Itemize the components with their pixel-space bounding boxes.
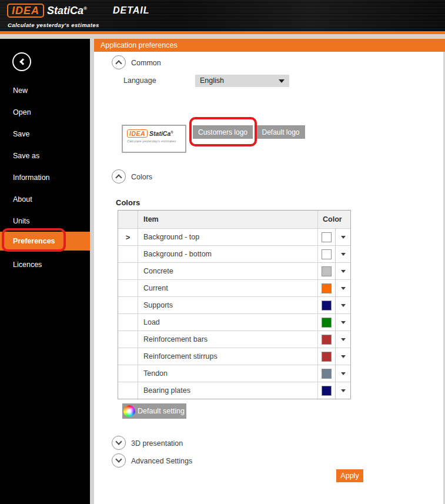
color-picker-control[interactable] — [317, 382, 350, 399]
color-swatch-cell[interactable] — [318, 297, 336, 313]
color-swatch — [322, 266, 332, 276]
color-table-row[interactable]: Current — [118, 279, 350, 296]
color-table-row[interactable]: Background - bottom — [118, 245, 350, 262]
row-selector-cell — [118, 382, 138, 399]
triangle-down-icon — [341, 372, 346, 375]
color-item-label: Current — [138, 280, 317, 296]
color-picker-control[interactable] — [317, 365, 350, 382]
registered-mark: ® — [83, 6, 87, 11]
color-swatch-cell[interactable] — [318, 246, 336, 262]
color-table-row[interactable]: >Background - top — [118, 228, 350, 245]
language-value: English — [200, 76, 224, 85]
color-column-header: Color — [317, 211, 350, 228]
preview-tagline: Calculate yesterday's estimates — [127, 139, 185, 143]
chevron-left-icon — [19, 58, 26, 65]
color-item-label: Tendon — [138, 365, 317, 382]
colors-collapse-toggle[interactable] — [112, 169, 126, 183]
color-table-row[interactable]: Reinforcement stirrups — [118, 348, 350, 365]
sidebar: NewOpenSaveSave asInformationAboutUnitsP… — [0, 39, 90, 504]
default-setting-button[interactable]: Default setting — [122, 403, 186, 419]
color-item-label: Background - top — [138, 229, 317, 245]
triangle-down-icon — [341, 355, 346, 358]
3d-presentation-section-label: 3D presentation — [131, 439, 183, 448]
row-selector-cell — [118, 263, 138, 279]
sidebar-item-save-as[interactable]: Save as — [0, 148, 90, 163]
sidebar-item-preferences[interactable]: Preferences — [0, 232, 90, 251]
color-picker-control[interactable] — [317, 280, 350, 296]
sidebar-item-open[interactable]: Open — [0, 105, 90, 120]
color-dropdown-button[interactable] — [336, 229, 350, 245]
sidebar-item-save[interactable]: Save — [0, 126, 90, 142]
common-collapse-toggle[interactable] — [112, 55, 126, 69]
color-picker-control[interactable] — [317, 314, 350, 331]
triangle-down-icon — [341, 338, 346, 341]
sidebar-item-units[interactable]: Units — [0, 213, 90, 229]
preview-statica-text: StatiCa® — [149, 130, 173, 137]
color-item-label: Background - bottom — [138, 246, 317, 262]
color-dropdown-button[interactable] — [336, 365, 350, 382]
color-table-row[interactable]: Load — [118, 313, 350, 331]
language-select[interactable]: English — [195, 75, 289, 87]
default-logo-button[interactable]: Default logo — [256, 125, 305, 139]
color-swatch-cell[interactable] — [318, 314, 336, 331]
customers-logo-button[interactable]: Customers logo — [193, 125, 253, 139]
chevron-down-icon — [279, 79, 285, 83]
color-table-row[interactable]: Bearing plates — [118, 382, 350, 399]
color-dropdown-button[interactable] — [336, 246, 350, 262]
selector-column-header — [118, 211, 138, 228]
sidebar-item-licences[interactable]: Licences — [0, 257, 90, 272]
chevron-up-icon — [115, 60, 122, 66]
color-dropdown-button[interactable] — [336, 280, 350, 296]
app-header: IDEA StatiCa® DETAIL Calculate yesterday… — [0, 0, 445, 31]
color-swatch — [322, 249, 332, 259]
color-picker-control[interactable] — [317, 229, 350, 245]
color-swatch — [322, 386, 332, 396]
color-dropdown-button[interactable] — [336, 314, 350, 331]
color-swatch-cell[interactable] — [318, 280, 336, 296]
color-swatch-cell[interactable] — [318, 331, 336, 348]
color-picker-control[interactable] — [317, 331, 350, 348]
color-dropdown-button[interactable] — [336, 297, 350, 313]
advanced-settings-expand-toggle[interactable] — [112, 453, 126, 468]
common-section-label: Common — [131, 59, 161, 67]
row-selector-cell — [118, 297, 138, 313]
color-item-label: Reinforcement stirrups — [138, 348, 317, 365]
color-table-row[interactable]: Concrete — [118, 262, 350, 279]
color-swatch — [322, 318, 332, 328]
color-picker-control[interactable] — [317, 263, 350, 279]
color-swatch-cell[interactable] — [318, 382, 336, 399]
back-button[interactable] — [12, 52, 31, 71]
color-item-label: Supports — [138, 297, 317, 313]
color-table-row[interactable]: Reinforcement bars — [118, 331, 350, 348]
header-tagline: Calculate yesterday's estimates — [8, 22, 99, 28]
color-swatch — [322, 301, 332, 311]
3d-presentation-expand-toggle[interactable] — [112, 436, 126, 450]
colors-table-heading: Colors — [116, 198, 140, 207]
apply-button[interactable]: Apply — [336, 469, 363, 482]
color-dropdown-button[interactable] — [336, 348, 350, 365]
color-swatch-cell[interactable] — [318, 348, 336, 365]
sidebar-item-information[interactable]: Information — [0, 170, 90, 185]
row-selector-cell — [118, 331, 138, 348]
color-table-row[interactable]: Tendon — [118, 365, 350, 382]
sidebar-item-new[interactable]: New — [0, 83, 90, 98]
color-swatch — [322, 352, 332, 362]
color-table-row[interactable]: Supports — [118, 296, 350, 313]
color-picker-control[interactable] — [317, 348, 350, 365]
color-swatch-cell[interactable] — [318, 229, 336, 245]
triangle-down-icon — [341, 321, 346, 324]
color-picker-control[interactable] — [317, 297, 350, 313]
color-swatch-cell[interactable] — [318, 365, 336, 382]
sidebar-item-about[interactable]: About — [0, 192, 90, 207]
color-item-label: Concrete — [138, 263, 317, 279]
page-title: Application preferences — [94, 39, 445, 52]
color-picker-control[interactable] — [317, 246, 350, 262]
color-swatch — [322, 283, 332, 293]
logo-preview: IDEA StatiCa® Calculate yesterday's esti… — [122, 125, 186, 153]
color-dropdown-button[interactable] — [336, 263, 350, 279]
color-swatch-cell[interactable] — [318, 263, 336, 279]
color-item-label: Reinforcement bars — [138, 331, 317, 348]
color-dropdown-button[interactable] — [336, 382, 350, 399]
horizontal-gray-strip — [0, 34, 445, 39]
color-dropdown-button[interactable] — [336, 331, 350, 348]
